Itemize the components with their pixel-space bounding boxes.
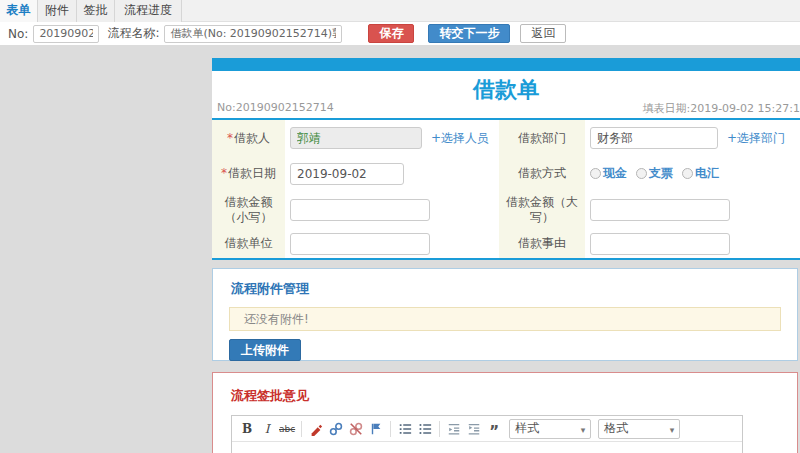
no-attachments-alert: 还没有附件! bbox=[229, 307, 781, 331]
form-date-text: 填表日期:2019-09-02 15:27:1 bbox=[642, 101, 800, 116]
radio-cash[interactable]: 现金 bbox=[590, 165, 627, 182]
amount-small-cell bbox=[285, 191, 499, 229]
amount-big-label: 借款金额（大写） bbox=[499, 191, 585, 229]
unit-cell bbox=[285, 229, 499, 258]
toolbar-separator bbox=[301, 421, 302, 437]
method-label: 借款方式 bbox=[499, 156, 585, 191]
select-department-link[interactable]: +选择部门 bbox=[727, 130, 785, 147]
no-input[interactable] bbox=[33, 25, 99, 43]
next-step-button[interactable]: 转交下一步 bbox=[428, 24, 510, 43]
department-input[interactable] bbox=[590, 127, 718, 149]
bullet-list-icon[interactable] bbox=[417, 420, 433, 438]
blockquote-icon[interactable]: ” bbox=[486, 420, 502, 438]
unit-input[interactable] bbox=[290, 233, 430, 255]
toolbar-separator bbox=[390, 421, 391, 437]
app-window: 表单 附件 签批 流程进度 No: 流程名称: 保存 转交下一步 返回 借款单 … bbox=[0, 0, 800, 453]
chevron-down-icon bbox=[670, 422, 675, 436]
command-bar: No: 流程名称: 保存 转交下一步 返回 bbox=[0, 22, 800, 45]
radio-icon bbox=[636, 168, 647, 179]
ordered-list-icon[interactable] bbox=[397, 420, 413, 438]
italic-icon[interactable]: I bbox=[259, 420, 275, 438]
tab-approval[interactable]: 签批 bbox=[77, 0, 115, 22]
attachments-title: 流程附件管理 bbox=[231, 280, 797, 298]
indent-icon[interactable] bbox=[466, 420, 482, 438]
outdent-icon[interactable] bbox=[446, 420, 462, 438]
borrower-cell: +选择人员 bbox=[285, 120, 499, 156]
form-meta-row: No:20190902152714 填表日期:2019-09-02 15:27:… bbox=[212, 101, 800, 115]
department-label: 借款部门 bbox=[499, 120, 585, 156]
approval-panel: 流程签批意见 B I abc bbox=[212, 372, 798, 453]
toolbar-separator bbox=[439, 421, 440, 437]
chevron-down-icon bbox=[581, 422, 586, 436]
form-title: 借款单 bbox=[212, 71, 800, 105]
payment-method-group: 现金 支票 电汇 bbox=[590, 165, 719, 182]
page-background: 借款单 No:20190902152714 填表日期:2019-09-02 15… bbox=[0, 45, 800, 453]
format-select[interactable]: 格式 bbox=[598, 419, 680, 439]
unit-label: 借款单位 bbox=[212, 229, 285, 258]
borrower-input[interactable] bbox=[290, 127, 422, 149]
date-cell bbox=[285, 156, 499, 191]
flag-anchor-icon[interactable] bbox=[368, 420, 384, 438]
loan-form-panel: 借款单 No:20190902152714 填表日期:2019-09-02 15… bbox=[212, 58, 800, 260]
amount-small-label: 借款金额（小写） bbox=[212, 191, 285, 229]
process-name-label: 流程名称: bbox=[107, 25, 159, 42]
tab-bar: 表单 附件 签批 流程进度 bbox=[0, 0, 800, 22]
upload-attachment-button[interactable]: 上传附件 bbox=[229, 339, 301, 361]
radio-icon bbox=[590, 168, 601, 179]
form-no-text: No:20190902152714 bbox=[217, 101, 334, 114]
unlink-icon[interactable] bbox=[348, 420, 364, 438]
tab-form[interactable]: 表单 bbox=[0, 0, 38, 22]
borrower-label: *借款人 bbox=[212, 120, 285, 156]
editor-content-area[interactable] bbox=[232, 442, 742, 453]
tab-attachments[interactable]: 附件 bbox=[38, 0, 77, 22]
reason-label: 借款事由 bbox=[499, 229, 585, 258]
link-icon[interactable] bbox=[328, 420, 344, 438]
save-button[interactable]: 保存 bbox=[368, 24, 414, 43]
loan-date-input[interactable] bbox=[290, 163, 404, 185]
amount-big-input[interactable] bbox=[590, 199, 730, 221]
editor-toolbar: B I abc bbox=[232, 416, 742, 442]
form-table: *借款人 +选择人员 借款部门 +选择部门 *借款日期 借款方 bbox=[212, 118, 800, 260]
select-person-link[interactable]: +选择人员 bbox=[431, 130, 489, 147]
reason-cell bbox=[585, 229, 800, 258]
approval-title: 流程签批意见 bbox=[231, 387, 797, 405]
process-name-input[interactable] bbox=[164, 25, 342, 43]
format-painter-icon[interactable] bbox=[308, 420, 324, 438]
back-button[interactable]: 返回 bbox=[520, 24, 566, 43]
strikethrough-icon[interactable]: abc bbox=[279, 420, 295, 438]
department-cell: +选择部门 bbox=[585, 120, 800, 156]
form-header: 借款单 No:20190902152714 填表日期:2019-09-02 15… bbox=[212, 71, 800, 118]
rich-text-editor: B I abc bbox=[231, 415, 743, 453]
radio-icon bbox=[682, 168, 693, 179]
form-top-bar bbox=[212, 58, 800, 71]
reason-input[interactable] bbox=[590, 233, 730, 255]
attachments-panel: 流程附件管理 还没有附件! 上传附件 bbox=[212, 268, 798, 361]
no-label: No: bbox=[8, 27, 28, 41]
date-label: *借款日期 bbox=[212, 156, 285, 191]
style-select[interactable]: 样式 bbox=[509, 419, 591, 439]
amount-small-input[interactable] bbox=[290, 199, 430, 221]
amount-big-cell bbox=[585, 191, 800, 229]
method-cell: 现金 支票 电汇 bbox=[585, 156, 800, 191]
tab-progress[interactable]: 流程进度 bbox=[115, 0, 182, 22]
required-mark: * bbox=[221, 166, 227, 180]
required-mark: * bbox=[227, 131, 233, 145]
radio-cheque[interactable]: 支票 bbox=[636, 165, 673, 182]
bold-icon[interactable]: B bbox=[239, 420, 255, 438]
radio-wire[interactable]: 电汇 bbox=[682, 165, 719, 182]
